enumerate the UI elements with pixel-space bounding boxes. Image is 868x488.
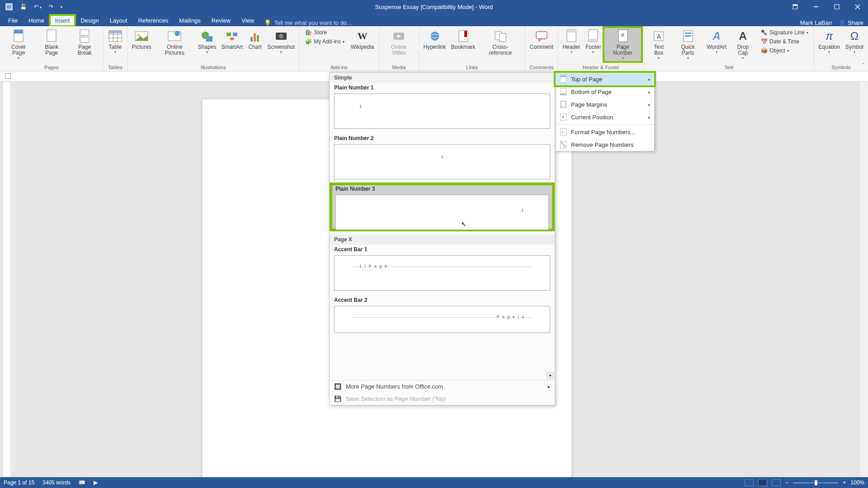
gallery-item-accent-bar-2[interactable]: Accent Bar 2 P a g e | 1: [330, 295, 555, 333]
tell-me-search[interactable]: 💡 Tell me what you want to do...: [264, 19, 351, 26]
tab-references[interactable]: References: [133, 15, 174, 26]
svg-rect-11: [80, 30, 89, 35]
read-mode-button[interactable]: [745, 479, 754, 486]
menu-current-position[interactable]: # Current Position ▸: [556, 111, 654, 123]
bookmark-button[interactable]: Bookmark: [448, 27, 478, 52]
store-button[interactable]: 🛍️Store: [303, 28, 346, 37]
share-button[interactable]: 👤 Share: [839, 19, 863, 26]
screenshot-button[interactable]: Screenshot▾: [265, 27, 297, 56]
svg-rect-25: [226, 33, 231, 36]
status-page[interactable]: Page 1 of 15: [4, 479, 34, 486]
symbol-icon: Ω: [847, 29, 862, 43]
object-button[interactable]: 📦Object ▾: [759, 46, 810, 55]
crossref-icon: [493, 29, 508, 43]
collapse-ribbon-icon[interactable]: ˆ: [863, 63, 864, 69]
vertical-ruler[interactable]: [3, 81, 11, 477]
page-number-gallery: Simple Plain Number 1 1 Plain Number 2 1…: [329, 72, 555, 405]
wordart-button[interactable]: AWordArt▾: [704, 27, 729, 56]
tab-mailings[interactable]: Mailings: [174, 15, 206, 26]
zoom-slider[interactable]: [793, 482, 838, 483]
my-addins-button[interactable]: 🧩My Add-ins ▾: [303, 37, 346, 46]
menu-top-of-page[interactable]: Top of Page ▸: [556, 73, 654, 85]
redo-icon[interactable]: ↷: [47, 4, 55, 10]
cover-page-button[interactable]: Cover Page▾: [2, 27, 35, 62]
tab-selector[interactable]: [5, 73, 11, 79]
gallery-item-plain-number-3[interactable]: Plain Number 3 1: [331, 184, 553, 230]
page-break-button[interactable]: Page Break: [68, 27, 101, 58]
pictures-button[interactable]: Pictures: [129, 27, 154, 52]
qat-customize-icon[interactable]: ▾: [59, 5, 64, 9]
svg-rect-26: [233, 33, 237, 36]
drop-cap-button[interactable]: ADrop Cap▾: [729, 27, 757, 62]
page-number-button[interactable]: #Page Number▾: [604, 27, 642, 62]
header-button[interactable]: Header▾: [560, 27, 583, 56]
signature-line-button[interactable]: ✒️Signature Line ▾: [759, 28, 810, 37]
tab-design[interactable]: Design: [75, 15, 104, 26]
menu-page-margins[interactable]: Page Margins ▸: [556, 98, 654, 111]
save-selection-icon: 💾: [334, 395, 342, 402]
preview-plain-number-3: 1: [335, 195, 549, 230]
pictures-icon: [134, 29, 149, 43]
svg-marker-27: [229, 37, 235, 41]
tab-insert[interactable]: Insert: [50, 15, 75, 26]
zoom-out-button[interactable]: −: [785, 479, 788, 486]
date-time-button[interactable]: 📅Date & Time: [759, 37, 810, 46]
gallery-scroll-down[interactable]: ▾: [547, 372, 554, 379]
shapes-button[interactable]: Shapes▾: [195, 27, 219, 56]
group-header-footer: Header▾ Footer▾ #Page Number▾ Header & F…: [558, 26, 644, 71]
status-words[interactable]: 3405 words: [42, 479, 71, 486]
table-icon: [108, 29, 123, 43]
symbol-button[interactable]: ΩSymbol▾: [843, 27, 866, 56]
group-symbols: πEquation▾ ΩSymbol▾ Symbols: [814, 26, 868, 71]
quick-parts-icon: [681, 29, 695, 43]
preview-accent-bar-1: 1 | P a g e: [334, 255, 550, 291]
close-icon[interactable]: [847, 0, 868, 14]
svg-point-20: [137, 34, 140, 37]
blank-page-icon: [44, 29, 59, 43]
footer-button[interactable]: Footer▾: [583, 27, 604, 56]
gallery-item-accent-bar-1[interactable]: Accent Bar 1 1 | P a g e: [330, 244, 555, 291]
macro-icon[interactable]: ▶: [94, 479, 98, 486]
user-name[interactable]: Mark LaBarr: [800, 19, 833, 26]
zoom-level[interactable]: 100%: [850, 479, 864, 486]
equation-button[interactable]: πEquation▾: [816, 27, 843, 56]
table-button[interactable]: Table▾: [105, 27, 125, 56]
tab-layout[interactable]: Layout: [104, 15, 133, 26]
undo-icon[interactable]: ↶ ▾: [32, 4, 43, 10]
tab-file[interactable]: File: [3, 15, 23, 26]
more-page-numbers-office[interactable]: 🔲 More Page Numbers from Office.com ▸: [330, 380, 555, 393]
text-box-button[interactable]: AText Box▾: [646, 27, 672, 62]
cross-reference-button[interactable]: Cross- reference: [478, 27, 523, 58]
zoom-in-button[interactable]: +: [843, 479, 846, 486]
tab-home[interactable]: Home: [23, 15, 50, 26]
menu-bottom-of-page[interactable]: Bottom of Page ▸: [556, 85, 654, 98]
page-break-icon: [77, 29, 92, 43]
minimize-icon[interactable]: [806, 0, 826, 14]
menu-remove-page-numbers[interactable]: Remove Page Numbers: [556, 138, 654, 151]
gallery-section-page-x: Page X: [330, 235, 555, 244]
chart-button[interactable]: Chart: [245, 27, 265, 52]
gallery-item-plain-number-1[interactable]: Plain Number 1 1: [330, 83, 555, 129]
smartart-button[interactable]: SmartArt: [219, 27, 245, 52]
chart-icon: [248, 29, 262, 43]
maximize-icon[interactable]: [826, 0, 847, 14]
gallery-item-plain-number-2[interactable]: Plain Number 2 1: [330, 133, 555, 179]
spell-check-icon[interactable]: 📖: [79, 479, 85, 486]
tab-view[interactable]: View: [236, 15, 259, 26]
save-icon[interactable]: 💾: [18, 4, 28, 10]
svg-point-32: [279, 34, 283, 38]
vertical-scrollbar[interactable]: [860, 81, 868, 477]
online-pictures-button[interactable]: Online Pictures: [154, 27, 195, 58]
ribbon-display-icon[interactable]: [785, 0, 806, 14]
wikipedia-button[interactable]: WWikipedia: [348, 27, 377, 52]
online-video-button[interactable]: Online Video: [381, 27, 417, 58]
menu-format-page-numbers[interactable]: 1 Format Page Numbers...: [556, 126, 654, 138]
tab-review[interactable]: Review: [206, 15, 236, 26]
quick-parts-button[interactable]: Quick Parts▾: [672, 27, 704, 62]
web-layout-button[interactable]: [772, 479, 781, 486]
hyperlink-button[interactable]: Hyperlink: [421, 27, 448, 52]
svg-rect-10: [47, 30, 56, 42]
comment-button[interactable]: Comment: [527, 27, 556, 52]
print-layout-button[interactable]: [758, 479, 767, 486]
blank-page-button[interactable]: Blank Page: [35, 27, 68, 58]
